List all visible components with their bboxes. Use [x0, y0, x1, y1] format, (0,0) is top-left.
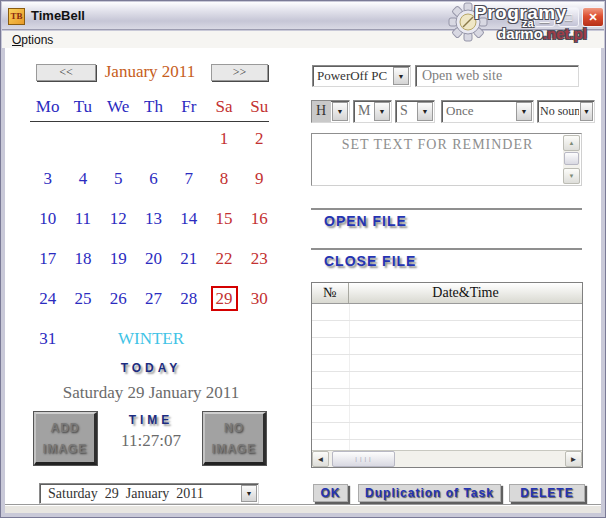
calendar-day-8[interactable]: 8 — [206, 159, 241, 199]
second-select-arrow-icon[interactable]: ▼ — [417, 102, 433, 121]
calendar-day-20[interactable]: 20 — [136, 239, 171, 279]
calendar-day-16[interactable]: 16 — [242, 199, 277, 239]
close-button[interactable]: ✕ — [582, 7, 604, 27]
prev-month-button[interactable]: << — [36, 64, 96, 81]
maximize-button[interactable]: □ — [558, 7, 579, 27]
hscroll-thumb[interactable]: |||| — [332, 451, 395, 467]
sound-select[interactable]: No sound ▼ — [537, 100, 595, 123]
month-title: January 2011 — [89, 62, 211, 82]
sound-select-arrow-icon[interactable]: ▼ — [580, 102, 593, 121]
delete-button[interactable]: DELETE — [509, 484, 585, 502]
calendar-day-26[interactable]: 26 — [101, 279, 136, 319]
today-date: Saturday 29 January 2011 — [19, 383, 283, 403]
calendar-day-7[interactable]: 7 — [171, 159, 206, 199]
date-select-arrow-icon[interactable]: ▼ — [241, 485, 257, 502]
calendar-day-21[interactable]: 21 — [171, 239, 206, 279]
calendar-day-11[interactable]: 11 — [65, 199, 100, 239]
task-table-row — [312, 423, 582, 440]
website-input[interactable] — [415, 65, 579, 87]
calendar-day-29[interactable]: 29 — [206, 279, 241, 319]
reminder-textarea[interactable]: SET TEXT FOR REMINDER ▲ ▼ — [311, 133, 582, 186]
action-select-arrow-icon[interactable]: ▼ — [393, 67, 409, 85]
calendar-day-9[interactable]: 9 — [242, 159, 277, 199]
ok-button[interactable]: OK — [313, 484, 348, 502]
app-icon: TB — [8, 8, 25, 25]
no-image-label-line2: IMAGE — [212, 442, 256, 456]
calendar-day-23[interactable]: 23 — [242, 239, 277, 279]
second-select[interactable]: S ▼ — [395, 100, 435, 123]
calendar-day-15[interactable]: 15 — [206, 199, 241, 239]
calendar-day-18[interactable]: 18 — [65, 239, 100, 279]
calendar-day-31[interactable]: 31 — [30, 319, 65, 359]
scroll-right-button[interactable]: ► — [565, 451, 582, 467]
duplication-of-task-button[interactable]: Duplication of Task — [358, 484, 501, 502]
task-table: № Date&Time ◄ |||| ► — [311, 282, 583, 468]
minute-select-arrow-icon[interactable]: ▼ — [374, 102, 390, 121]
scroll-thumb[interactable] — [564, 152, 579, 165]
column-number: № — [312, 283, 349, 303]
minimize-icon: — — [540, 16, 550, 27]
selected-day[interactable]: 29 — [211, 286, 238, 311]
day-header-th: Th — [136, 97, 171, 119]
task-table-row — [312, 304, 582, 321]
no-image-button[interactable]: NO IMAGE — [203, 412, 266, 465]
reminder-scrollbar[interactable]: ▲ ▼ — [563, 135, 580, 184]
calendar-day-28[interactable]: 28 — [171, 279, 206, 319]
add-image-label-line1: ADD — [51, 421, 80, 435]
calendar-day-17[interactable]: 17 — [30, 239, 65, 279]
menu-options-label: ptions — [21, 33, 53, 47]
calendar-day-30[interactable]: 30 — [242, 279, 277, 319]
day-header-row: MoTuWeThFrSaSu — [30, 97, 277, 119]
menu-options-accelerator: O — [12, 33, 21, 47]
ok-label: OK — [321, 486, 341, 500]
hour-select-arrow-icon[interactable]: ▼ — [332, 102, 348, 121]
calendar-day-13[interactable]: 13 — [136, 199, 171, 239]
calendar-day-3[interactable]: 3 — [30, 159, 65, 199]
titlebar: TB TimeBell — □ ✕ — [2, 2, 604, 30]
calendar-day-empty — [65, 119, 100, 159]
repeat-select[interactable]: Once ▼ — [441, 100, 534, 123]
calendar-day-2[interactable]: 2 — [242, 119, 277, 159]
open-file-button[interactable]: OPEN FILE — [311, 208, 582, 231]
calendar-day-25[interactable]: 25 — [65, 279, 100, 319]
scroll-up-button[interactable]: ▲ — [563, 135, 580, 151]
close-file-button[interactable]: CLOSE FILE — [311, 248, 582, 271]
calendar-day-10[interactable]: 10 — [30, 199, 65, 239]
calendar-day-22[interactable]: 22 — [206, 239, 241, 279]
day-header-su: Su — [242, 97, 277, 119]
scroll-down-button[interactable]: ▼ — [563, 168, 580, 184]
calendar-day-19[interactable]: 19 — [101, 239, 136, 279]
calendar-day-24[interactable]: 24 — [30, 279, 65, 319]
calendar-day-empty — [171, 319, 206, 359]
hour-select[interactable]: H ▼ — [311, 100, 350, 123]
close-file-label: CLOSE FILE — [311, 253, 416, 269]
minute-select[interactable]: M ▼ — [353, 100, 392, 123]
app-window: TB TimeBell — □ ✕ — [0, 0, 606, 518]
calendar-day-14[interactable]: 14 — [171, 199, 206, 239]
date-select-value: Saturday 29 January 2011 — [40, 484, 240, 503]
minimize-button[interactable]: — — [534, 7, 555, 27]
task-table-row — [312, 372, 582, 389]
date-select[interactable]: Saturday 29 January 2011 ▼ — [39, 483, 259, 504]
calendar-day-5[interactable]: 5 — [101, 159, 136, 199]
add-image-button[interactable]: ADD IMAGE — [34, 412, 97, 465]
calendar-day-6[interactable]: 6 — [136, 159, 171, 199]
calendar-day-27[interactable]: 27 — [136, 279, 171, 319]
task-table-row — [312, 338, 582, 355]
sound-select-value: No sound — [538, 101, 579, 122]
calendar-day-4[interactable]: 4 — [65, 159, 100, 199]
next-month-button[interactable]: >> — [211, 64, 268, 81]
hour-select-value: H — [312, 101, 331, 122]
task-table-hscrollbar[interactable]: ◄ |||| ► — [312, 450, 582, 467]
calendar-day-12[interactable]: 12 — [101, 199, 136, 239]
column-datetime: Date&Time — [349, 283, 582, 303]
close-icon: ✕ — [588, 11, 597, 24]
window-title: TimeBell — [31, 8, 85, 23]
calendar-day-1[interactable]: 1 — [206, 119, 241, 159]
action-select[interactable]: PowerOff PC ▼ — [312, 65, 411, 87]
repeat-select-arrow-icon[interactable]: ▼ — [516, 102, 532, 121]
scroll-left-button[interactable]: ◄ — [312, 451, 329, 467]
menu-options[interactable]: Options — [9, 33, 56, 47]
repeat-select-value: Once — [442, 101, 515, 122]
thumb-grip-icon: |||| — [354, 456, 372, 463]
